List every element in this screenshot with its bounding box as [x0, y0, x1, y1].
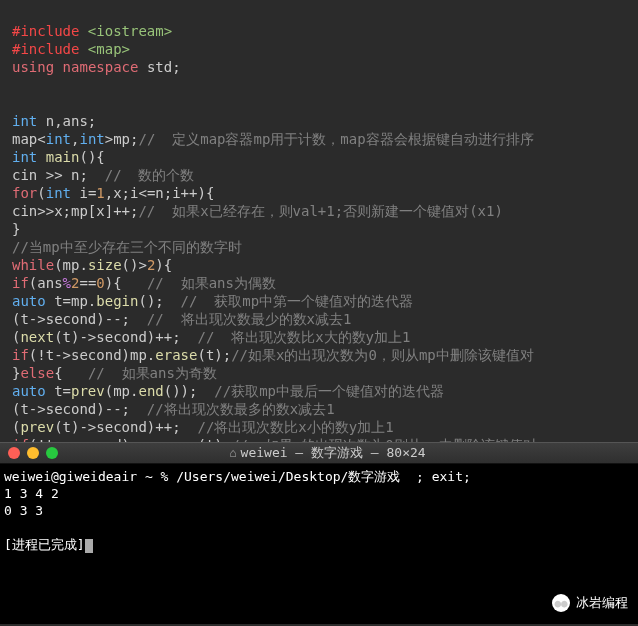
terminal-title: ⌂ weiwei — 数字游戏 — 80×24 — [65, 444, 630, 462]
maximize-icon[interactable] — [46, 447, 58, 459]
close-icon[interactable] — [8, 447, 20, 459]
cursor — [85, 539, 93, 553]
home-icon: ⌂ — [229, 446, 236, 460]
minimize-icon[interactable] — [27, 447, 39, 459]
code-editor: #include <iostream> #include <map> using… — [0, 0, 638, 442]
wechat-icon: ●● — [552, 594, 570, 612]
terminal-titlebar: ⌂ weiwei — 数字游戏 — 80×24 — [0, 442, 638, 464]
preprocessor: #include — [12, 23, 88, 39]
terminal-output[interactable]: weiwei@giweideair ~ % /Users/weiwei/Desk… — [0, 464, 638, 624]
watermark: ●● 冰岩编程 — [552, 594, 628, 612]
